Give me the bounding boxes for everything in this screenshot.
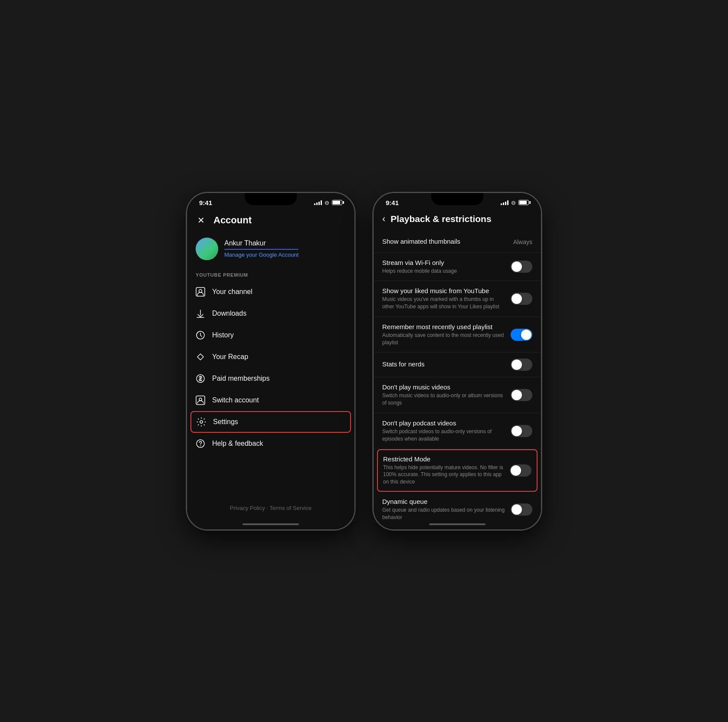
setting-recent-playlist[interactable]: Remember most recently used playlist Aut…	[374, 317, 541, 353]
toggle-dynamic-queue-knob	[512, 504, 522, 515]
left-status-icons: ⊖	[314, 199, 342, 206]
setting-animated-thumbnails-value: Always	[513, 238, 532, 245]
close-button[interactable]: ✕	[196, 213, 207, 227]
user-section: Ankur Thakur Manage your Google Account	[187, 234, 354, 269]
setting-dynamic-queue-text: Dynamic queue Get queue and radio update…	[382, 498, 511, 519]
paid-memberships-label: Paid memberships	[212, 375, 270, 382]
switch-account-icon	[196, 395, 205, 405]
setting-wifi-only-desc: Helps reduce mobile data usage	[382, 268, 505, 275]
left-time: 9:41	[199, 199, 212, 206]
setting-no-music-videos-text: Don't play music videos Switch music vid…	[382, 383, 511, 407]
setting-restricted-mode-text: Restricted Mode This helps hide potentia…	[383, 455, 510, 486]
setting-recent-playlist-title: Remember most recently used playlist	[382, 323, 505, 330]
setting-stats-nerds-title: Stats for nerds	[382, 360, 505, 368]
setting-dynamic-queue[interactable]: Dynamic queue Get queue and radio update…	[374, 492, 541, 519]
setting-animated-thumbnails-title: Show animated thumbnails	[382, 238, 508, 245]
setting-wifi-only-title: Stream via Wi-Fi only	[382, 259, 505, 266]
menu-item-switch-account[interactable]: Switch account	[187, 389, 354, 411]
toggle-restricted-mode-knob	[511, 465, 521, 476]
toggle-dynamic-queue[interactable]	[511, 503, 532, 516]
svg-point-8	[200, 445, 201, 446]
setting-restricted-mode-desc: This helps hide potentially mature video…	[383, 464, 505, 486]
menu-item-settings[interactable]: Settings	[190, 411, 351, 433]
right-battery-icon	[518, 200, 529, 205]
menu-item-your-recap[interactable]: Your Recap	[187, 346, 354, 368]
svg-point-5	[199, 398, 202, 401]
user-underline	[224, 249, 298, 250]
menu-item-your-channel[interactable]: Your channel	[187, 281, 354, 303]
right-status-icons: ⊖	[501, 199, 529, 206]
setting-wifi-only[interactable]: Stream via Wi-Fi only Helps reduce mobil…	[374, 253, 541, 281]
dollar-circle-icon	[196, 374, 205, 383]
footer-text: Privacy Policy · Terms of Service	[230, 505, 312, 511]
toggle-stats-nerds-knob	[512, 359, 522, 370]
svg-point-6	[200, 421, 203, 423]
setting-no-podcast-videos-desc: Switch podcast videos to audio-only vers…	[382, 428, 505, 443]
setting-liked-music-title: Show your liked music from YouTube	[382, 287, 505, 294]
setting-stats-nerds-text: Stats for nerds	[382, 360, 511, 369]
toggle-liked-music[interactable]	[511, 293, 532, 305]
setting-animated-thumbnails-text: Show animated thumbnails	[382, 238, 513, 246]
your-recap-label: Your Recap	[212, 353, 248, 361]
setting-dynamic-queue-title: Dynamic queue	[382, 498, 505, 505]
menu-item-downloads[interactable]: Downloads	[187, 303, 354, 324]
toggle-wifi-only[interactable]	[511, 261, 532, 273]
signal-bars-icon	[314, 200, 322, 205]
wifi-icon: ⊖	[325, 199, 329, 206]
toggle-recent-playlist[interactable]	[511, 329, 532, 341]
left-status-bar: 9:41 ⊖	[187, 193, 354, 209]
account-header: ✕ Account	[187, 209, 354, 234]
left-screen-content: ✕ Account Ankur Thakur Manage your Googl…	[187, 209, 354, 529]
manage-account-link[interactable]: Manage your Google Account	[224, 252, 298, 258]
menu-item-history[interactable]: History	[187, 324, 354, 346]
setting-no-podcast-videos[interactable]: Don't play podcast videos Switch podcast…	[374, 413, 541, 449]
avatar	[196, 238, 218, 260]
setting-animated-thumbnails[interactable]: Show animated thumbnails Always	[374, 232, 541, 253]
playback-title: Playback & restrictions	[390, 214, 491, 224]
right-wifi-icon: ⊖	[511, 199, 516, 206]
right-screen-content: ‹ Playback & restrictions Show animated …	[374, 209, 541, 529]
setting-restricted-mode[interactable]: Restricted Mode This helps hide potentia…	[377, 449, 538, 492]
account-title: Account	[213, 215, 252, 226]
switch-account-label: Switch account	[212, 396, 259, 404]
back-button[interactable]: ‹	[382, 213, 385, 225]
setting-liked-music-text: Show your liked music from YouTube Music…	[382, 287, 511, 310]
toggle-no-podcast-videos-knob	[512, 426, 522, 436]
phones-container: 9:41 ⊖ ✕	[186, 192, 542, 530]
setting-liked-music[interactable]: Show your liked music from YouTube Music…	[374, 281, 541, 317]
toggle-liked-music-knob	[512, 294, 522, 304]
right-status-bar: 9:41 ⊖	[374, 193, 541, 209]
toggle-restricted-mode[interactable]	[510, 464, 531, 477]
right-home-indicator	[429, 523, 485, 525]
setting-no-music-videos-desc: Switch music videos to audio-only or alb…	[382, 392, 505, 407]
setting-no-music-videos[interactable]: Don't play music videos Switch music vid…	[374, 377, 541, 413]
setting-stats-nerds[interactable]: Stats for nerds	[374, 353, 541, 377]
download-icon	[196, 309, 205, 318]
menu-item-paid-memberships[interactable]: Paid memberships	[187, 368, 354, 389]
right-time: 9:41	[386, 199, 399, 206]
footer-links: Privacy Policy · Terms of Service	[187, 498, 354, 520]
home-indicator	[243, 523, 299, 525]
setting-no-podcast-videos-text: Don't play podcast videos Switch podcast…	[382, 419, 511, 443]
user-info: Ankur Thakur Manage your Google Account	[224, 239, 298, 258]
toggle-stats-nerds[interactable]	[511, 359, 532, 371]
setting-wifi-only-text: Stream via Wi-Fi only Helps reduce mobil…	[382, 259, 511, 275]
toggle-no-music-videos[interactable]	[511, 389, 532, 401]
toggle-no-podcast-videos[interactable]	[511, 425, 532, 437]
battery-icon	[332, 200, 342, 205]
downloads-label: Downloads	[212, 310, 246, 317]
setting-recent-playlist-desc: Automatically save content to the most r…	[382, 332, 505, 346]
your-channel-label: Your channel	[212, 288, 253, 296]
toggle-recent-playlist-knob	[521, 330, 531, 340]
toggle-wifi-only-knob	[512, 261, 522, 272]
setting-recent-playlist-text: Remember most recently used playlist Aut…	[382, 323, 511, 346]
toggle-no-music-videos-knob	[512, 390, 522, 400]
menu-item-help-feedback[interactable]: Help & feedback	[187, 433, 354, 454]
help-circle-icon	[196, 439, 205, 448]
user-name: Ankur Thakur	[224, 239, 298, 247]
setting-liked-music-desc: Music videos you've marked with a thumbs…	[382, 296, 505, 310]
person-square-icon	[196, 287, 205, 297]
setting-dynamic-queue-desc: Get queue and radio updates based on you…	[382, 506, 505, 519]
history-icon	[196, 330, 205, 340]
setting-restricted-mode-title: Restricted Mode	[383, 455, 505, 463]
